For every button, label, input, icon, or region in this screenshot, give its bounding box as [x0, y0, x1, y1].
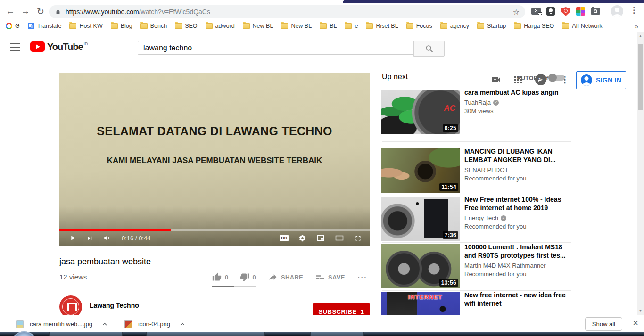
- start-orb-icon[interactable]: [10, 331, 38, 336]
- taskbar-button[interactable]: [146, 332, 265, 336]
- bookmark-label: Harga SEO: [524, 23, 554, 29]
- bookmark-item[interactable]: e: [345, 23, 358, 29]
- back-icon[interactable]: ←: [4, 5, 17, 18]
- suggestion-channel[interactable]: SENAR PEDOT: [464, 166, 570, 173]
- scroll-down-icon[interactable]: ▼: [637, 309, 644, 313]
- time-display: 0:16 / 0:44: [122, 235, 150, 242]
- bookmark-item[interactable]: Bench: [140, 23, 167, 29]
- share-label: SHARE: [281, 274, 303, 281]
- autoplay-label: AUTOPLAY: [517, 75, 549, 82]
- bookmark-item[interactable]: Focus: [406, 23, 432, 29]
- thumbnail[interactable]: 13:56: [381, 244, 460, 288]
- browser-menu-icon[interactable]: ⋮: [630, 5, 638, 15]
- keep-extension-icon[interactable]: [546, 7, 555, 16]
- settings-gear-icon[interactable]: [298, 234, 306, 242]
- mail-extension-icon[interactable]: [531, 8, 541, 15]
- bookmark-item[interactable]: adword: [206, 23, 235, 29]
- thumbnail[interactable]: 11:54: [381, 148, 460, 193]
- bookmark-item[interactable]: agency: [440, 23, 469, 29]
- url-text[interactable]: https://www.youtube.com/watch?v=EfWlc5dQ…: [66, 8, 210, 16]
- like-dislike-bar: [212, 286, 256, 287]
- volume-icon[interactable]: [103, 234, 112, 242]
- thumbnail[interactable]: AC 6:25: [381, 90, 460, 134]
- suggestion-title[interactable]: 100000 Lumen!! : Imalent MS18 and R90TS …: [464, 243, 570, 260]
- suggestion-title[interactable]: MANCING DI LUBANG IKAN LEMBAT ANGKER YAN…: [464, 147, 570, 164]
- download-chevron-icon[interactable]: [102, 322, 107, 326]
- suggestion-title[interactable]: New free internet - new idea free wifi i…: [464, 291, 570, 308]
- autoplay-toggle[interactable]: [548, 74, 566, 82]
- bookmark-item[interactable]: Aff Network: [562, 23, 602, 29]
- bookmark-item[interactable]: New BL: [243, 23, 273, 29]
- create-video-icon[interactable]: [490, 74, 502, 85]
- shield-extension-icon[interactable]: [561, 7, 570, 16]
- play-icon[interactable]: [69, 234, 76, 242]
- youtube-logo[interactable]: YouTube ID: [30, 41, 88, 52]
- fullscreen-icon[interactable]: [354, 234, 362, 242]
- download-item[interactable]: cara memilih web....jpg: [0, 315, 116, 333]
- forward-icon[interactable]: →: [19, 5, 32, 18]
- suggestion-title[interactable]: New Free internet 100% - Ideas Free inte…: [464, 195, 570, 212]
- address-bar[interactable]: https://www.youtube.com/watch?v=EfWlc5dQ…: [49, 5, 525, 18]
- scroll-up-icon[interactable]: ▲: [637, 34, 644, 38]
- page-scrollbar[interactable]: ▲ ▼: [637, 32, 644, 315]
- taskbar-button[interactable]: [49, 332, 123, 336]
- bookmark-item[interactable]: Host KW: [69, 23, 102, 29]
- suggested-video[interactable]: 11:54 MANCING DI LUBANG IKAN LEMBAT ANGK…: [381, 148, 571, 193]
- taskbar-button[interactable]: [310, 332, 364, 336]
- thumbnail-text: INTERNET: [408, 294, 443, 301]
- bookmark-item[interactable]: BL: [320, 23, 337, 29]
- thumbnail[interactable]: 7:36: [381, 197, 460, 241]
- duration-badge: 6:25: [443, 124, 458, 132]
- bookmark-item[interactable]: G: [6, 23, 20, 29]
- save-button[interactable]: SAVE: [315, 272, 345, 282]
- suggestion-channel[interactable]: TuahRaja ✓: [464, 99, 570, 106]
- video-actions: 0 0 SHARE SAVE ⋯: [212, 271, 367, 283]
- suggested-video[interactable]: 7:36 New Free internet 100% - Ideas Free…: [381, 197, 571, 241]
- bookmark-label: Aff Network: [572, 23, 602, 29]
- folder-icon: [562, 23, 569, 29]
- download-item[interactable]: icon-04.png: [108, 315, 194, 333]
- youtube-masthead: YouTube ID ⋮ SIGN IN: [0, 32, 644, 63]
- more-actions-icon[interactable]: ⋯: [357, 271, 367, 283]
- bookmark-item[interactable]: Riset BL: [366, 23, 398, 29]
- suggested-video[interactable]: AC 6:25 cara membuat AC kipas angin Tuah…: [381, 90, 571, 134]
- search-button[interactable]: [413, 41, 445, 57]
- close-shelf-icon[interactable]: ×: [633, 318, 638, 328]
- folder-icon: [175, 23, 182, 29]
- theater-mode-icon[interactable]: [335, 234, 344, 242]
- reload-icon[interactable]: ↻: [34, 5, 47, 18]
- show-all-downloads-button[interactable]: Show all: [585, 317, 622, 331]
- captions-icon[interactable]: CC: [280, 235, 289, 241]
- bookmark-item[interactable]: Startup: [477, 23, 506, 29]
- sign-in-button[interactable]: SIGN IN: [576, 71, 626, 89]
- menu-hamburger-icon[interactable]: [10, 43, 20, 51]
- download-chevron-icon[interactable]: [180, 322, 185, 326]
- suggestion-channel[interactable]: Energy Tech ✓: [464, 214, 570, 221]
- suggestion-title[interactable]: cara membuat AC kipas angin: [464, 88, 570, 97]
- search-input[interactable]: [138, 41, 413, 55]
- windows-taskbar[interactable]: [0, 332, 644, 336]
- duration-badge: 13:56: [439, 279, 458, 287]
- channel-name[interactable]: Lawang Techno: [90, 302, 139, 309]
- bookmark-item[interactable]: Translate: [28, 23, 62, 29]
- like-button[interactable]: 0: [212, 272, 229, 282]
- verified-badge: ✓: [501, 215, 506, 221]
- video-player[interactable]: SELAMAT DATANG DI LAWANG TECHNO KAMI MEL…: [59, 73, 370, 246]
- dislike-button[interactable]: 0: [240, 272, 256, 282]
- bookmark-item[interactable]: SEO: [175, 23, 197, 29]
- camera-extension-icon[interactable]: [591, 8, 600, 15]
- next-icon[interactable]: [86, 235, 93, 242]
- browser-profile-avatar[interactable]: [611, 5, 623, 17]
- bookmark-star-icon[interactable]: ☆: [513, 8, 520, 16]
- scrollbar-thumb[interactable]: [638, 44, 643, 110]
- share-button[interactable]: SHARE: [268, 272, 303, 282]
- bookmark-item[interactable]: Harga SEO: [514, 23, 554, 29]
- progress-bar[interactable]: [59, 229, 370, 231]
- palette-extension-icon[interactable]: [576, 7, 585, 16]
- suggested-video[interactable]: 13:56 100000 Lumen!! : Imalent MS18 and …: [381, 244, 571, 288]
- miniplayer-icon[interactable]: [316, 234, 325, 242]
- bookmark-item[interactable]: Blog: [111, 23, 132, 29]
- suggestion-channel[interactable]: Martin M4D M4X Rathmanner: [464, 262, 570, 269]
- bookmarks-overflow-icon[interactable]: »: [635, 22, 638, 30]
- bookmark-item[interactable]: New BL: [281, 23, 312, 29]
